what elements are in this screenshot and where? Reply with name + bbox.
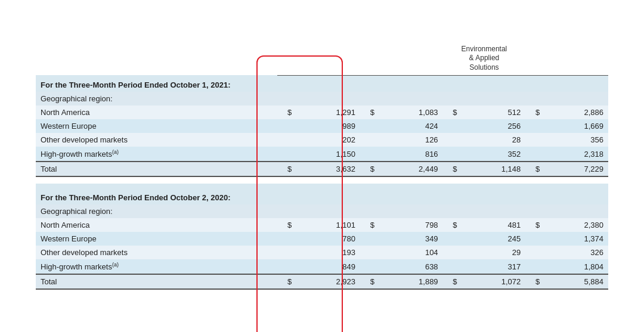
- data-row: High-growth markets(a)1,1508163522,318: [36, 147, 608, 162]
- geo-label-row: Geographical region:: [36, 92, 608, 106]
- total-cell: $: [277, 274, 296, 289]
- table-cell: [443, 246, 462, 259]
- table-cell: High-growth markets(a): [36, 259, 277, 274]
- data-row: North America$1,101$798$481$2,380: [36, 218, 608, 232]
- table-cell: $: [443, 106, 462, 119]
- spacer-row: [36, 176, 608, 184]
- total-cell: $: [443, 162, 462, 176]
- data-row: Other developed markets19310429326: [36, 246, 608, 259]
- total-cell: 2,923: [296, 274, 360, 289]
- table-cell: 798: [379, 218, 443, 232]
- table-cell: 245: [462, 232, 526, 246]
- table-cell: 349: [379, 232, 443, 246]
- life-sciences-header: [277, 42, 360, 75]
- table-cell: 1,291: [296, 106, 360, 119]
- table-cell: 481: [462, 218, 526, 232]
- data-row: Other developed markets20212628356: [36, 133, 608, 147]
- table-cell: [525, 232, 544, 246]
- total-header: [525, 42, 608, 75]
- table-cell: $: [360, 106, 379, 119]
- table-cell: [277, 119, 296, 133]
- geo-label: Geographical region:: [36, 92, 608, 106]
- data-row: North America$1,291$1,083$512$2,886: [36, 106, 608, 119]
- table-cell: [525, 133, 544, 147]
- table-cell: 424: [379, 119, 443, 133]
- table-cell: 816: [379, 147, 443, 162]
- total-cell: $: [443, 274, 462, 289]
- table-cell: 193: [296, 246, 360, 259]
- table-cell: 2,886: [544, 106, 608, 119]
- table-cell: [525, 259, 544, 274]
- table-cell: 1,669: [544, 119, 608, 133]
- section-title: For the Three-Month Period Ended October…: [36, 75, 608, 92]
- table-cell: 2,318: [544, 147, 608, 162]
- table-cell: 256: [462, 119, 526, 133]
- total-cell: 3,632: [296, 162, 360, 176]
- geo-label: Geographical region:: [36, 204, 608, 218]
- table-cell: [360, 133, 379, 147]
- env-header: Environmental& AppliedSolutions: [443, 42, 526, 75]
- diagnostics-header: [360, 42, 443, 75]
- table-cell: [277, 147, 296, 162]
- total-cell: $: [525, 274, 544, 289]
- table-cell: 356: [544, 133, 608, 147]
- table-cell: [360, 119, 379, 133]
- table-cell: Other developed markets: [36, 133, 277, 147]
- table-cell: 104: [379, 246, 443, 259]
- table-cell: North America: [36, 106, 277, 119]
- table-cell: 126: [379, 133, 443, 147]
- table-cell: 1,083: [379, 106, 443, 119]
- table-cell: 202: [296, 133, 360, 147]
- table-cell: 1,374: [544, 232, 608, 246]
- table-cell: [443, 133, 462, 147]
- table-cell: 326: [544, 246, 608, 259]
- table-cell: $: [525, 218, 544, 232]
- data-row: Western Europe9894242561,669: [36, 119, 608, 133]
- total-cell: 2,449: [379, 162, 443, 176]
- data-row: High-growth markets(a)8496383171,804: [36, 259, 608, 274]
- table-cell: $: [525, 106, 544, 119]
- table-cell: [360, 147, 379, 162]
- table-wrapper: Environmental& AppliedSolutions For the …: [36, 42, 608, 290]
- table-cell: High-growth markets(a): [36, 147, 277, 162]
- table-cell: 2,380: [544, 218, 608, 232]
- total-cell: Total: [36, 274, 277, 289]
- table-cell: 638: [379, 259, 443, 274]
- table-cell: $: [443, 218, 462, 232]
- table-cell: [277, 259, 296, 274]
- section-header-row: For the Three-Month Period Ended October…: [36, 184, 608, 204]
- table-header-top: Environmental& AppliedSolutions: [36, 42, 608, 75]
- table-cell: [277, 232, 296, 246]
- table-body: For the Three-Month Period Ended October…: [36, 75, 608, 289]
- total-cell: $: [525, 162, 544, 176]
- table-cell: [525, 147, 544, 162]
- total-row: Total$3,632$2,449$1,148$7,229: [36, 162, 608, 176]
- table-cell: $: [277, 218, 296, 232]
- spacer-cell: [36, 176, 608, 184]
- table-cell: [443, 119, 462, 133]
- table-cell: 352: [462, 147, 526, 162]
- total-cell: $: [360, 274, 379, 289]
- table-cell: 1,804: [544, 259, 608, 274]
- table-cell: Western Europe: [36, 119, 277, 133]
- financial-table: Environmental& AppliedSolutions For the …: [36, 42, 608, 290]
- main-container: Environmental& AppliedSolutions For the …: [30, 30, 614, 302]
- total-cell: 1,889: [379, 274, 443, 289]
- table-cell: [443, 147, 462, 162]
- data-row: Western Europe7803492451,374: [36, 232, 608, 246]
- table-cell: $: [360, 218, 379, 232]
- table-cell: North America: [36, 218, 277, 232]
- table-cell: Other developed markets: [36, 246, 277, 259]
- table-cell: 512: [462, 106, 526, 119]
- table-cell: [443, 259, 462, 274]
- table-cell: Western Europe: [36, 232, 277, 246]
- table-cell: 317: [462, 259, 526, 274]
- table-cell: [360, 259, 379, 274]
- env-label: Environmental& AppliedSolutions: [462, 45, 507, 72]
- table-cell: $: [277, 106, 296, 119]
- table-cell: 780: [296, 232, 360, 246]
- empty-header: [36, 42, 277, 75]
- total-cell: Total: [36, 162, 277, 176]
- table-cell: 1,150: [296, 147, 360, 162]
- table-cell: 849: [296, 259, 360, 274]
